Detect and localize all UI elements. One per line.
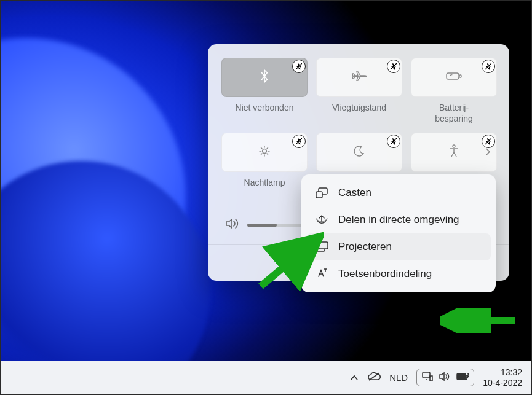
svg-rect-1 [459, 75, 461, 77]
tile-battery-saver-button[interactable] [411, 58, 497, 97]
speaker-icon[interactable] [225, 217, 239, 232]
svg-rect-7 [319, 242, 328, 249]
menu-item-project[interactable]: Projecteren [306, 233, 491, 260]
share-icon [315, 214, 328, 226]
svg-rect-5 [316, 192, 322, 198]
tile-airplane-button[interactable] [316, 58, 402, 97]
svg-rect-13 [423, 372, 430, 378]
svg-point-3 [453, 145, 455, 147]
tile-label: Nachtlamp [244, 177, 285, 199]
power-icon [456, 372, 469, 383]
tile-accessibility-button[interactable] [411, 133, 497, 172]
network-icon [422, 372, 433, 383]
tile-label: Batterij- besparing [435, 102, 473, 124]
project-icon [315, 241, 328, 252]
language-indicator[interactable]: NLD [389, 372, 408, 383]
tile-bluetooth-button[interactable] [221, 58, 308, 97]
unpin-button[interactable] [482, 135, 495, 148]
tile-nightlight-button[interactable] [221, 133, 308, 172]
moon-icon [353, 145, 365, 160]
system-tray: NLD 13:32 10-4-2022 [350, 367, 522, 388]
menu-item-cast[interactable]: Casten [306, 179, 491, 206]
unpin-button[interactable] [387, 135, 400, 148]
tile-airplane: Vliegtuigstand [316, 58, 402, 124]
speaker-icon [439, 372, 450, 383]
unpin-button[interactable] [482, 60, 495, 73]
svg-rect-0 [447, 73, 459, 79]
menu-item-label: Delen in directe omgeving [338, 214, 459, 226]
check-icon [291, 257, 302, 268]
battery-saver-icon [446, 71, 462, 84]
clock-time: 13:32 [483, 367, 522, 378]
cast-icon [315, 187, 328, 198]
menu-item-keyboard-layout[interactable]: Toetsenbordindeling [306, 260, 491, 287]
tile-label: Niet verbonden [236, 102, 294, 124]
tray-overflow-chevron-icon[interactable] [350, 373, 359, 383]
bluetooth-icon [259, 69, 270, 85]
tile-battery-saver: Batterij- besparing [411, 58, 497, 124]
onedrive-icon[interactable] [367, 372, 381, 383]
tile-focus-button[interactable] [316, 133, 402, 172]
tray-network-volume-power[interactable] [416, 369, 474, 386]
clock-date: 10-4-2022 [483, 378, 522, 388]
taskbar: NLD 13:32 10-4-2022 [1, 361, 531, 394]
add-context-menu: Casten Delen in directe omgeving Project… [301, 174, 496, 292]
accessibility-icon [448, 144, 460, 160]
unpin-button[interactable] [387, 60, 400, 73]
unpin-button[interactable] [292, 60, 306, 73]
menu-item-label: Projecteren [338, 241, 392, 253]
keyboard-layout-icon [315, 268, 328, 280]
menu-item-label: Casten [338, 187, 371, 199]
airplane-icon [352, 70, 367, 85]
unpin-button[interactable] [292, 135, 306, 148]
svg-point-2 [263, 149, 267, 154]
menu-item-label: Toetsenbordindeling [338, 268, 432, 280]
sun-icon [258, 144, 271, 160]
taskbar-clock[interactable]: 13:32 10-4-2022 [483, 367, 522, 388]
tile-bluetooth: Niet verbonden [221, 58, 308, 124]
menu-item-nearby-share[interactable]: Delen in directe omgeving [306, 206, 491, 233]
svg-rect-14 [457, 373, 466, 380]
chevron-right-icon [485, 147, 490, 158]
tile-label: Vliegtuigstand [332, 102, 386, 124]
tile-nightlight: Nachtlamp [221, 133, 308, 199]
